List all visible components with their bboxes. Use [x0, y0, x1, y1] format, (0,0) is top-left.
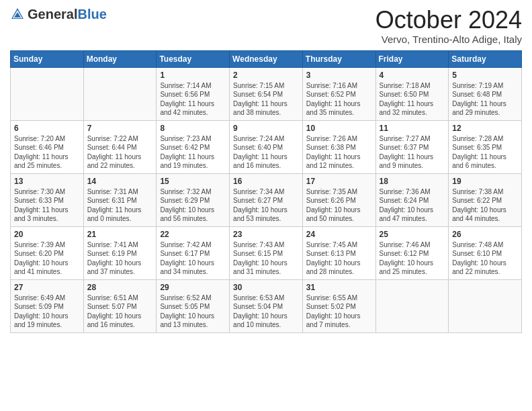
calendar-cell: 11Sunrise: 7:27 AMSunset: 6:37 PMDayligh… — [375, 120, 449, 173]
day-number: 2 — [233, 71, 299, 80]
day-number: 20 — [14, 230, 80, 239]
calendar-cell — [11, 67, 84, 120]
day-number: 24 — [306, 230, 372, 239]
calendar-cell: 12Sunrise: 7:28 AMSunset: 6:35 PMDayligh… — [449, 120, 522, 173]
calendar-cell: 26Sunrise: 7:48 AMSunset: 6:10 PMDayligh… — [449, 226, 522, 279]
day-info: Sunrise: 6:53 AMSunset: 5:04 PMDaylight:… — [233, 293, 299, 330]
day-number: 27 — [14, 283, 80, 292]
calendar-cell: 19Sunrise: 7:38 AMSunset: 6:22 PMDayligh… — [449, 173, 522, 226]
calendar-cell — [375, 279, 449, 332]
header-row: Sunday Monday Tuesday Wednesday Thursday… — [11, 50, 522, 67]
logo-text: GeneralBlue — [28, 7, 107, 21]
month-title: October 2024 — [375, 7, 522, 34]
calendar-cell: 2Sunrise: 7:15 AMSunset: 6:54 PMDaylight… — [230, 67, 303, 120]
calendar-cell: 23Sunrise: 7:43 AMSunset: 6:15 PMDayligh… — [230, 226, 303, 279]
day-number: 9 — [233, 124, 299, 133]
day-number: 31 — [306, 283, 372, 292]
week-row-1: 1Sunrise: 7:14 AMSunset: 6:56 PMDaylight… — [11, 67, 522, 120]
day-info: Sunrise: 7:48 AMSunset: 6:10 PMDaylight:… — [452, 240, 518, 277]
day-info: Sunrise: 7:19 AMSunset: 6:48 PMDaylight:… — [452, 81, 518, 118]
calendar-cell: 22Sunrise: 7:42 AMSunset: 6:17 PMDayligh… — [157, 226, 230, 279]
day-info: Sunrise: 7:27 AMSunset: 6:37 PMDaylight:… — [380, 134, 445, 171]
day-number: 4 — [380, 71, 445, 80]
day-number: 15 — [160, 177, 226, 186]
day-info: Sunrise: 7:35 AMSunset: 6:26 PMDaylight:… — [306, 187, 372, 224]
day-number: 26 — [452, 230, 518, 239]
day-number: 18 — [380, 177, 445, 186]
day-number: 10 — [306, 124, 372, 133]
day-info: Sunrise: 7:42 AMSunset: 6:17 PMDaylight:… — [160, 240, 226, 277]
calendar-cell: 5Sunrise: 7:19 AMSunset: 6:48 PMDaylight… — [449, 67, 522, 120]
calendar-cell — [83, 67, 157, 120]
day-info: Sunrise: 7:24 AMSunset: 6:40 PMDaylight:… — [233, 134, 299, 171]
day-info: Sunrise: 7:39 AMSunset: 6:20 PMDaylight:… — [14, 240, 80, 277]
calendar-table: Sunday Monday Tuesday Wednesday Thursday… — [10, 50, 522, 333]
day-info: Sunrise: 6:51 AMSunset: 5:07 PMDaylight:… — [87, 293, 153, 330]
week-row-5: 27Sunrise: 6:49 AMSunset: 5:09 PMDayligh… — [11, 279, 522, 332]
day-number: 12 — [452, 124, 518, 133]
day-number: 16 — [233, 177, 299, 186]
day-info: Sunrise: 7:45 AMSunset: 6:13 PMDaylight:… — [306, 240, 372, 277]
day-info: Sunrise: 7:20 AMSunset: 6:46 PMDaylight:… — [14, 134, 80, 171]
calendar-cell — [449, 279, 522, 332]
calendar-cell: 10Sunrise: 7:26 AMSunset: 6:38 PMDayligh… — [302, 120, 375, 173]
day-number: 6 — [14, 124, 80, 133]
col-saturday: Saturday — [449, 50, 522, 67]
calendar-cell: 28Sunrise: 6:51 AMSunset: 5:07 PMDayligh… — [83, 279, 157, 332]
calendar-cell: 25Sunrise: 7:46 AMSunset: 6:12 PMDayligh… — [375, 226, 449, 279]
day-number: 14 — [87, 177, 153, 186]
calendar-cell: 13Sunrise: 7:30 AMSunset: 6:33 PMDayligh… — [11, 173, 84, 226]
calendar-cell: 21Sunrise: 7:41 AMSunset: 6:19 PMDayligh… — [83, 226, 157, 279]
col-tuesday: Tuesday — [157, 50, 230, 67]
calendar-cell: 3Sunrise: 7:16 AMSunset: 6:52 PMDaylight… — [302, 67, 375, 120]
day-number: 13 — [14, 177, 80, 186]
calendar-cell: 17Sunrise: 7:35 AMSunset: 6:26 PMDayligh… — [302, 173, 375, 226]
calendar-cell: 14Sunrise: 7:31 AMSunset: 6:31 PMDayligh… — [83, 173, 157, 226]
calendar-cell: 31Sunrise: 6:55 AMSunset: 5:02 PMDayligh… — [302, 279, 375, 332]
week-row-4: 20Sunrise: 7:39 AMSunset: 6:20 PMDayligh… — [11, 226, 522, 279]
day-info: Sunrise: 7:34 AMSunset: 6:27 PMDaylight:… — [233, 187, 299, 224]
logo: GeneralBlue — [10, 7, 107, 21]
col-monday: Monday — [83, 50, 157, 67]
calendar-cell: 8Sunrise: 7:23 AMSunset: 6:42 PMDaylight… — [157, 120, 230, 173]
col-friday: Friday — [375, 50, 449, 67]
day-info: Sunrise: 7:18 AMSunset: 6:50 PMDaylight:… — [380, 81, 445, 118]
day-number: 21 — [87, 230, 153, 239]
week-row-2: 6Sunrise: 7:20 AMSunset: 6:46 PMDaylight… — [11, 120, 522, 173]
calendar-cell: 15Sunrise: 7:32 AMSunset: 6:29 PMDayligh… — [157, 173, 230, 226]
col-thursday: Thursday — [302, 50, 375, 67]
logo-icon — [10, 7, 25, 21]
col-wednesday: Wednesday — [230, 50, 303, 67]
day-info: Sunrise: 7:16 AMSunset: 6:52 PMDaylight:… — [306, 81, 372, 118]
day-info: Sunrise: 7:14 AMSunset: 6:56 PMDaylight:… — [160, 81, 226, 118]
day-info: Sunrise: 7:38 AMSunset: 6:22 PMDaylight:… — [452, 187, 518, 224]
day-number: 7 — [87, 124, 153, 133]
calendar-cell: 20Sunrise: 7:39 AMSunset: 6:20 PMDayligh… — [11, 226, 84, 279]
calendar-cell: 24Sunrise: 7:45 AMSunset: 6:13 PMDayligh… — [302, 226, 375, 279]
day-number: 1 — [160, 71, 226, 80]
logo-general: General — [28, 7, 77, 21]
day-info: Sunrise: 7:30 AMSunset: 6:33 PMDaylight:… — [14, 187, 80, 224]
location-subtitle: Vervo, Trentino-Alto Adige, Italy — [375, 34, 522, 45]
day-info: Sunrise: 7:41 AMSunset: 6:19 PMDaylight:… — [87, 240, 153, 277]
day-number: 19 — [452, 177, 518, 186]
day-info: Sunrise: 6:49 AMSunset: 5:09 PMDaylight:… — [14, 293, 80, 330]
day-number: 28 — [87, 283, 153, 292]
calendar-cell: 6Sunrise: 7:20 AMSunset: 6:46 PMDaylight… — [11, 120, 84, 173]
day-info: Sunrise: 7:43 AMSunset: 6:15 PMDaylight:… — [233, 240, 299, 277]
calendar-cell: 7Sunrise: 7:22 AMSunset: 6:44 PMDaylight… — [83, 120, 157, 173]
calendar-cell: 30Sunrise: 6:53 AMSunset: 5:04 PMDayligh… — [230, 279, 303, 332]
calendar-cell: 9Sunrise: 7:24 AMSunset: 6:40 PMDaylight… — [230, 120, 303, 173]
day-number: 17 — [306, 177, 372, 186]
day-info: Sunrise: 7:26 AMSunset: 6:38 PMDaylight:… — [306, 134, 372, 171]
calendar-cell: 27Sunrise: 6:49 AMSunset: 5:09 PMDayligh… — [11, 279, 84, 332]
calendar-cell: 4Sunrise: 7:18 AMSunset: 6:50 PMDaylight… — [375, 67, 449, 120]
day-number: 11 — [380, 124, 445, 133]
day-number: 22 — [160, 230, 226, 239]
day-number: 23 — [233, 230, 299, 239]
day-number: 8 — [160, 124, 226, 133]
day-number: 25 — [380, 230, 445, 239]
day-number: 5 — [452, 71, 518, 80]
day-info: Sunrise: 7:22 AMSunset: 6:44 PMDaylight:… — [87, 134, 153, 171]
day-info: Sunrise: 7:32 AMSunset: 6:29 PMDaylight:… — [160, 187, 226, 224]
